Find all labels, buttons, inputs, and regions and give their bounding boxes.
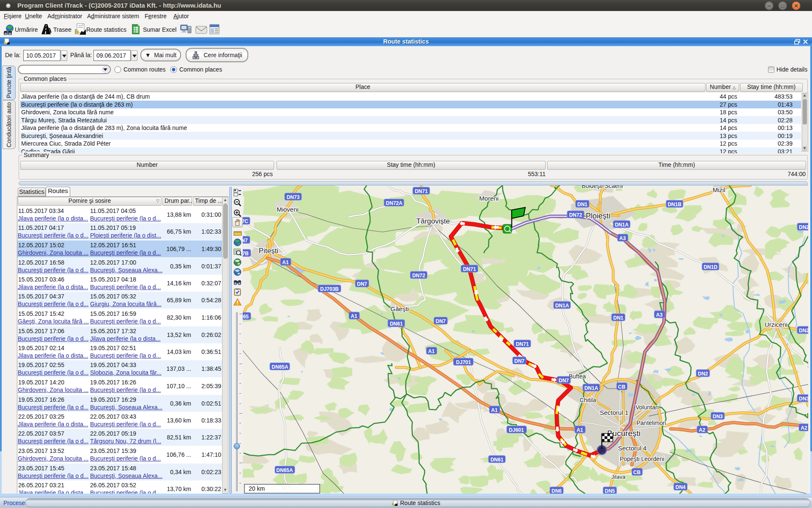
svg-text:DJ703B: DJ703B xyxy=(320,286,339,292)
svg-text:DN6: DN6 xyxy=(551,488,562,494)
svg-text:Ploieşti: Ploieşti xyxy=(586,212,610,220)
svg-text:A3: A3 xyxy=(656,312,663,318)
svg-text:Găeşti: Găeşti xyxy=(390,305,409,312)
svg-text:DN1A: DN1A xyxy=(555,303,569,309)
svg-text:DN2: DN2 xyxy=(799,224,808,230)
svg-text:Voluntari: Voluntari xyxy=(636,404,658,411)
svg-text:20 km: 20 km xyxy=(249,485,265,492)
svg-text:Târgovişte: Târgovişte xyxy=(416,217,450,225)
svg-text:A1: A1 xyxy=(351,313,357,319)
svg-text:DN3: DN3 xyxy=(799,396,808,402)
svg-text:DN1A: DN1A xyxy=(615,222,629,228)
svg-text:DN1: DN1 xyxy=(577,202,587,207)
svg-text:Mioveni: Mioveni xyxy=(277,206,299,213)
svg-text:N7: N7 xyxy=(243,237,248,243)
svg-text:A2: A2 xyxy=(801,425,807,431)
svg-text:A: A xyxy=(47,27,52,34)
svg-text:Piteşti: Piteşti xyxy=(259,247,278,255)
svg-text:DN61: DN61 xyxy=(390,321,403,327)
svg-text:67B: 67B xyxy=(243,251,249,257)
svg-text:A1: A1 xyxy=(428,348,435,354)
svg-text:A1: A1 xyxy=(576,427,583,433)
svg-text:CB: CB xyxy=(618,384,625,390)
svg-text:Sectorul 4: Sectorul 4 xyxy=(618,444,647,452)
svg-text:N65: N65 xyxy=(243,314,249,320)
svg-text:DN73: DN73 xyxy=(287,194,300,200)
svg-text:DN1D: DN1D xyxy=(704,264,718,270)
svg-text:DN7: DN7 xyxy=(514,358,524,364)
svg-text:DN7: DN7 xyxy=(436,318,446,324)
svg-text:DN65A: DN65A xyxy=(272,364,288,370)
svg-text:DN71: DN71 xyxy=(516,341,529,347)
svg-text:Buftea: Buftea xyxy=(569,373,586,380)
svg-text:Popeşti Leordeni: Popeşti Leordeni xyxy=(620,456,664,462)
svg-text:CB: CB xyxy=(633,469,641,475)
svg-text:DN4: DN4 xyxy=(675,484,686,490)
svg-text:Urziceni: Urziceni xyxy=(765,321,787,328)
svg-text:DJ601: DJ601 xyxy=(509,427,524,433)
svg-text:DN7: DN7 xyxy=(559,378,569,384)
svg-text:A3: A3 xyxy=(619,235,626,241)
svg-text:Chitila: Chitila xyxy=(580,397,596,403)
svg-text:DN71: DN71 xyxy=(415,188,428,194)
svg-text:DJ701: DJ701 xyxy=(456,359,471,365)
svg-text:DN3: DN3 xyxy=(713,414,723,420)
svg-text:Jilava: Jilava xyxy=(611,474,625,480)
svg-text:DN1B: DN1B xyxy=(668,202,682,207)
svg-text:DN72: DN72 xyxy=(412,273,425,279)
svg-text:DN72A: DN72A xyxy=(386,200,403,206)
svg-text:DN72: DN72 xyxy=(569,212,582,218)
svg-text:DN65A: DN65A xyxy=(276,467,293,473)
svg-text:DN61: DN61 xyxy=(491,457,504,463)
svg-text:Moreni: Moreni xyxy=(479,195,499,202)
svg-text:Mizil: Mizil xyxy=(713,186,725,193)
svg-text:Boldeşti-Scaeni: Boldeşti-Scaeni xyxy=(582,185,623,189)
svg-text:DN1: DN1 xyxy=(613,315,623,321)
svg-text:DN7: DN7 xyxy=(357,281,367,287)
svg-text:DN71: DN71 xyxy=(463,266,476,272)
svg-text:A1: A1 xyxy=(491,407,498,413)
svg-text:DN2: DN2 xyxy=(799,328,808,334)
svg-text:Sectorul 1: Sectorul 1 xyxy=(600,409,628,416)
svg-text:DN5: DN5 xyxy=(605,488,615,494)
svg-text:A2: A2 xyxy=(699,427,705,433)
svg-text:A1: A1 xyxy=(282,260,289,265)
svg-text:DN1A: DN1A xyxy=(584,385,598,391)
svg-text:N7C: N7C xyxy=(243,218,248,224)
svg-text:Pantelimon: Pantelimon xyxy=(636,420,666,426)
svg-text:DN2: DN2 xyxy=(698,371,708,377)
